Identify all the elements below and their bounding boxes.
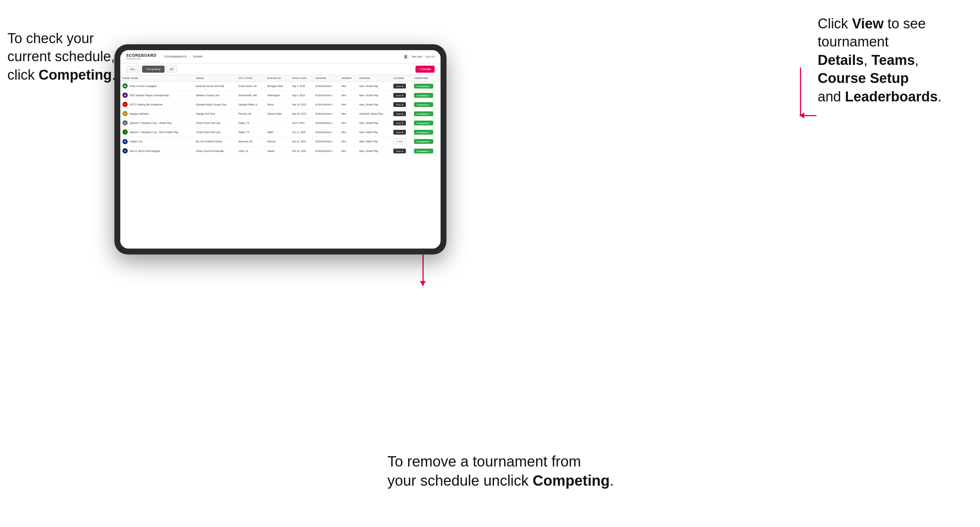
- competing-button[interactable]: Competing ✓: [414, 130, 433, 135]
- col-city-state: CITY, STATE: [236, 75, 265, 81]
- team-logo: M: [123, 83, 128, 89]
- annotation-bottom: To remove a tournament from your schedul…: [387, 452, 646, 490]
- cell-hosted-by: [265, 118, 290, 128]
- competing-button[interactable]: Competing ✓: [414, 111, 433, 116]
- cell-event-name: J Jackson T. Stephens Cup – Stroke Play: [120, 118, 194, 128]
- cell-venue: Ak-Chin Southern Dunes: [194, 137, 237, 146]
- cell-event-name: A Copper Cup: [120, 137, 194, 146]
- col-division: DIVISION: [313, 75, 339, 81]
- cell-gender: Men: [339, 137, 357, 146]
- team-logo: W: [123, 92, 128, 98]
- view-button[interactable]: View ⚙: [393, 93, 406, 98]
- table-row: P Papago Individual Papago Golf ClubPhoe…: [120, 109, 441, 118]
- cell-competing: Competing ✓: [412, 81, 441, 91]
- user-name: Test User: [411, 55, 423, 58]
- cell-scoring: team, Stroke Play: [357, 100, 391, 109]
- col-event-name: EVENT NAME: [120, 75, 194, 81]
- tab-competing[interactable]: Competing: [142, 66, 165, 73]
- competing-button[interactable]: Competing ✓: [414, 139, 433, 144]
- cell-city-state: Lihue, HI: [236, 146, 265, 156]
- signout-link[interactable]: Sign out: [425, 55, 435, 58]
- table-row: W 2023 Sahalee Players Championship Saha…: [120, 91, 441, 100]
- col-venue: VENUE: [194, 75, 237, 81]
- cell-division: NCAA Division I: [313, 100, 339, 109]
- competing-button[interactable]: Competing ✓: [414, 121, 433, 125]
- competing-button[interactable]: Competing ✓: [414, 149, 433, 153]
- cell-hosted-by: Arizona State: [265, 109, 290, 118]
- tab-home[interactable]: Ho...: [126, 66, 141, 73]
- cell-start-date: Sep 18, 2023: [290, 109, 313, 118]
- competing-button[interactable]: Competing ✓: [414, 102, 433, 107]
- cell-city-state: Sammamish, WA: [236, 91, 265, 100]
- col-start-date: START DATE: [290, 75, 313, 81]
- team-logo: J: [123, 129, 128, 135]
- brand-subtitle: Powered by clippi: [126, 57, 156, 60]
- cell-city-state: Maricopa, AZ: [236, 137, 265, 146]
- cell-actions: View ⚙: [391, 118, 412, 128]
- table-row: I OFCC Fighting Illini Invitational Olym…: [120, 100, 441, 109]
- cell-division: NCAA Division I: [313, 109, 339, 118]
- annotation-top-right: Click View to see tournament Details, Te…: [818, 15, 973, 106]
- view-button[interactable]: View ⚙: [393, 84, 406, 89]
- cell-competing: Competing ✓: [412, 128, 441, 137]
- cell-venue: Ocean Course At Hokuala: [194, 146, 237, 156]
- view-button[interactable]: View ⚙: [393, 111, 406, 116]
- arrow-right-vert: [800, 67, 801, 116]
- event-name-text: Papago Individual: [129, 113, 149, 115]
- view-button[interactable]: View ⚙: [393, 121, 406, 125]
- cell-start-date: Feb 15, 2024: [290, 146, 313, 156]
- team-logo: H: [123, 148, 128, 153]
- cell-start-date: Oct 11, 2023: [290, 128, 313, 137]
- view-button[interactable]: View ⚙: [393, 130, 406, 135]
- edit-button[interactable]: ✏ Edit: [393, 139, 406, 144]
- table-row: A Copper Cup Ak-Chin Southern DunesMaric…: [120, 137, 441, 146]
- filter-tabs: Ho... Competing All: [126, 66, 177, 73]
- competing-button[interactable]: Competing ✓: [414, 93, 433, 98]
- cell-scoring: team, Match Play: [357, 137, 391, 146]
- cell-competing: Competing ✓: [412, 100, 441, 109]
- cell-start-date: Sep 9, 2023: [290, 91, 313, 100]
- nav-tournaments[interactable]: TOURNAMENTS: [164, 54, 187, 60]
- event-name-text: John A. Burns Intercollegiate: [129, 150, 160, 152]
- cell-scoring: team, Match Play: [357, 128, 391, 137]
- cell-gender: Men: [339, 100, 357, 109]
- cell-gender: Men: [339, 109, 357, 118]
- cell-event-name: W 2023 Sahalee Players Championship: [120, 91, 194, 100]
- cell-actions: View ⚙: [391, 146, 412, 156]
- cell-division: NCAA Division I: [313, 91, 339, 100]
- cell-hosted-by: Hawaii: [265, 146, 290, 156]
- view-button[interactable]: View ⚙: [393, 149, 406, 153]
- cell-city-state: Dallas, TX: [236, 118, 265, 128]
- cell-actions: View ⚙: [391, 81, 412, 91]
- device-screen: SCOREBOARD Powered by clippi TOURNAMENTS…: [120, 50, 441, 249]
- cell-division: NCAA Division I: [313, 81, 339, 91]
- tab-all[interactable]: All: [166, 66, 178, 73]
- team-logo: I: [123, 102, 128, 107]
- tournaments-table: EVENT NAME VENUE CITY, STATE HOSTED BY S…: [120, 75, 441, 156]
- cell-venue: Trinity Forest Golf Club: [194, 118, 237, 128]
- create-button[interactable]: + Create: [415, 66, 435, 73]
- col-actions: ACTIONS: [391, 75, 412, 81]
- cell-event-name: P Papago Individual: [120, 109, 194, 118]
- cell-hosted-by: Washington: [265, 91, 290, 100]
- competing-button[interactable]: Competing ✓: [414, 84, 433, 89]
- cell-event-name: I OFCC Fighting Illini Invitational: [120, 100, 194, 109]
- cell-venue: Papago Golf Club: [194, 109, 237, 118]
- cell-venue: American Dunes Golf Club: [194, 81, 237, 91]
- event-name-text: OFCC Fighting Illini Invitational: [129, 103, 162, 106]
- event-name-text: Folds of Honor Collegiate: [129, 85, 156, 87]
- tournaments-table-container[interactable]: EVENT NAME VENUE CITY, STATE HOSTED BY S…: [120, 75, 441, 249]
- user-avatar: 👤: [403, 54, 409, 59]
- cell-gender: Men: [339, 81, 357, 91]
- cell-city-state: Phoenix, AZ: [236, 109, 265, 118]
- cell-city-state: Olympia Fields, IL: [236, 100, 265, 109]
- cell-venue: Sahalee Country Club: [194, 91, 237, 100]
- cell-venue: Olympia Fields Country Club: [194, 100, 237, 109]
- view-button[interactable]: View ⚙: [393, 102, 406, 107]
- cell-scoring: team, Stroke Play: [357, 146, 391, 156]
- col-competing: COMPETING: [412, 75, 441, 81]
- cell-actions: ✏ Edit: [391, 137, 412, 146]
- cell-competing: Competing ✓: [412, 146, 441, 156]
- nav-teams[interactable]: TEAMS: [192, 54, 203, 60]
- cell-hosted-by: Illinois: [265, 100, 290, 109]
